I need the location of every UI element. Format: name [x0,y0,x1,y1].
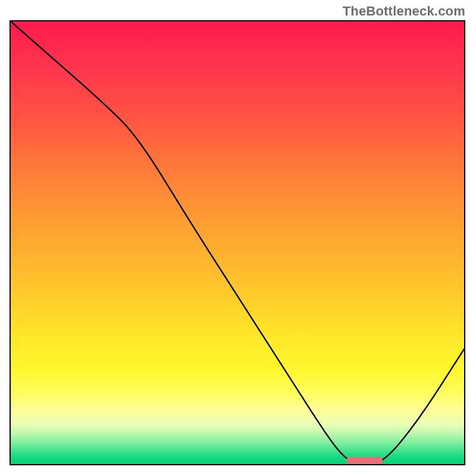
optimal-range-marker [346,457,383,464]
watermark-text: TheBottleneck.com [343,4,465,19]
chart-frame: TheBottleneck.com [0,0,476,476]
bottleneck-curve [11,21,464,464]
plot-area [10,20,465,465]
